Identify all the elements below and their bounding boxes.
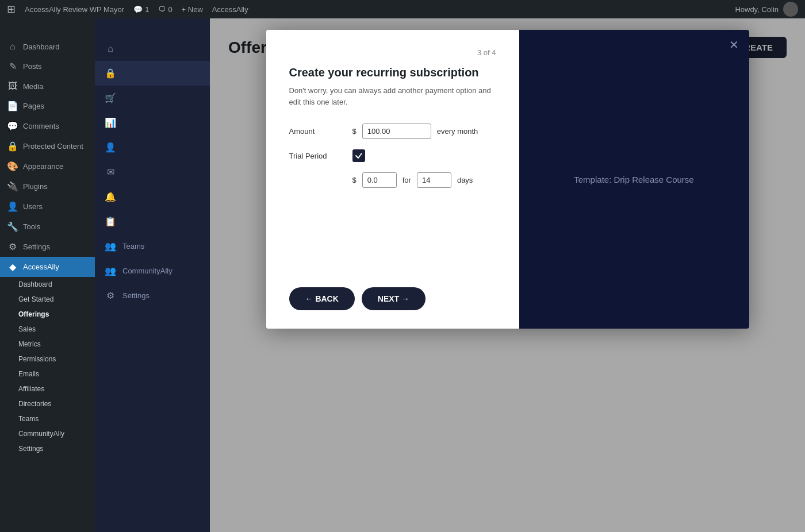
new-link[interactable]: + New bbox=[182, 5, 203, 14]
user-icon: 👤 bbox=[104, 142, 117, 153]
trial-days-suffix: days bbox=[457, 176, 473, 184]
trial-period-row: Trial Period bbox=[289, 149, 496, 162]
comments-link[interactable]: 💬 1 bbox=[133, 5, 149, 14]
sidebar-item-comments[interactable]: 💬 Comments bbox=[0, 116, 95, 136]
modal-left-panel: 3 of 4 Create your recurring subscriptio… bbox=[266, 30, 519, 329]
ss-item-community[interactable]: 👥 CommunityAlly bbox=[95, 259, 210, 283]
modal: 3 of 4 Create your recurring subscriptio… bbox=[266, 30, 749, 329]
pages-icon: 📄 bbox=[7, 101, 18, 111]
aa-submenu-offerings[interactable]: Offerings bbox=[0, 307, 95, 322]
trial-period-checkbox[interactable] bbox=[352, 149, 365, 162]
aa-submenu-directories[interactable]: Directories bbox=[0, 396, 95, 411]
sidebar-item-media[interactable]: 🖼 Media bbox=[0, 76, 95, 96]
aa-submenu-metrics[interactable]: Metrics bbox=[0, 337, 95, 352]
sidebar-item-accessally[interactable]: ◆ AccessAlly bbox=[0, 257, 95, 277]
sidebar-item-tools[interactable]: 🔧 Tools bbox=[0, 217, 95, 237]
next-button[interactable]: NEXT → bbox=[362, 287, 425, 310]
modal-subtitle: Don't worry, you can always add another … bbox=[289, 85, 496, 107]
aa-submenu-affiliates[interactable]: Affiliates bbox=[0, 381, 95, 396]
ss-item-teams[interactable]: 👥 Teams bbox=[95, 234, 210, 259]
sidebar-item-protected-content[interactable]: 🔒 Protected Content bbox=[0, 136, 95, 156]
sidebar-label-protected-content: Protected Content bbox=[23, 142, 83, 151]
sidebar-label-tools: Tools bbox=[23, 222, 40, 231]
trial-amount-input[interactable] bbox=[362, 172, 397, 188]
sidebar-item-pages[interactable]: 📄 Pages bbox=[0, 96, 95, 116]
ss-item-doc[interactable]: 📋 bbox=[95, 209, 210, 234]
close-button[interactable]: ✕ bbox=[729, 38, 739, 52]
amount-suffix: every month bbox=[437, 127, 478, 136]
cart-icon: 🛒 bbox=[104, 92, 117, 103]
users-icon: 👤 bbox=[7, 201, 18, 212]
dashboard-icon: ⌂ bbox=[7, 41, 18, 52]
back-button[interactable]: ← BACK bbox=[289, 287, 355, 310]
wp-logo[interactable]: ⊞ bbox=[7, 3, 16, 16]
sidebar-item-users[interactable]: 👤 Users bbox=[0, 196, 95, 217]
settings-icon: ⚙ bbox=[7, 241, 18, 252]
ss-item-gear[interactable]: ⚙ Settings bbox=[95, 283, 210, 308]
sidebar-item-plugins[interactable]: 🔌 Plugins bbox=[0, 176, 95, 196]
amount-dollar-sign: $ bbox=[352, 127, 356, 136]
amount-row: Amount $ every month bbox=[289, 124, 496, 139]
aa-submenu-dashboard[interactable]: Dashboard bbox=[0, 277, 95, 292]
aa-submenu-permissions[interactable]: Permissions bbox=[0, 352, 95, 367]
sidebar-item-appearance[interactable]: 🎨 Appearance bbox=[0, 156, 95, 176]
aa-submenu-settings[interactable]: Settings bbox=[0, 441, 95, 456]
aa-submenu-sales[interactable]: Sales bbox=[0, 322, 95, 337]
lock-icon: 🔒 bbox=[104, 68, 117, 79]
sidebar-item-posts[interactable]: ✎ Posts bbox=[0, 56, 95, 76]
ss-item-chart[interactable]: 📊 bbox=[95, 110, 210, 135]
site-name[interactable]: AccessAlly Review WP Mayor bbox=[25, 5, 124, 14]
sidebar-label-media: Media bbox=[23, 82, 43, 91]
avatar[interactable] bbox=[783, 2, 798, 17]
sidebar-label-pages: Pages bbox=[23, 102, 44, 110]
user-greeting: Howdy, Colin bbox=[735, 5, 779, 14]
posts-icon: ✎ bbox=[7, 61, 18, 72]
media-icon: 🖼 bbox=[7, 81, 18, 91]
doc-icon: 📋 bbox=[104, 216, 117, 227]
sidebar-label-comments: Comments bbox=[23, 122, 59, 130]
sidebar-label-dashboard: Dashboard bbox=[23, 43, 60, 51]
protected-content-icon: 🔒 bbox=[7, 141, 18, 152]
teams-icon: 👥 bbox=[104, 241, 117, 252]
ss-label-teams: Teams bbox=[122, 242, 144, 250]
secondary-sidebar: ⌂ 🔒 🛒 📊 👤 ✉ 🔔 📋 👥 Teams 👥 CommunityA bbox=[95, 18, 210, 532]
sidebar-item-settings[interactable]: ⚙ Settings bbox=[0, 237, 95, 257]
sidebar-label-users: Users bbox=[23, 202, 43, 211]
amount-input[interactable] bbox=[362, 124, 431, 139]
aa-submenu-get-started[interactable]: Get Started bbox=[0, 292, 95, 307]
checkmark-icon bbox=[355, 152, 363, 160]
plugins-icon: 🔌 bbox=[7, 181, 18, 192]
tools-icon: 🔧 bbox=[7, 221, 18, 232]
sidebar-label-accessally: AccessAlly bbox=[23, 263, 59, 271]
sidebar-label-appearance: Appearance bbox=[23, 162, 63, 171]
modal-step: 3 of 4 bbox=[289, 48, 496, 57]
chart-icon: 📊 bbox=[104, 117, 117, 128]
ss-item-user[interactable]: 👤 bbox=[95, 135, 210, 160]
ss-item-home[interactable]: ⌂ bbox=[95, 37, 210, 61]
accessally-icon: ◆ bbox=[7, 261, 18, 272]
sidebar-label-settings: Settings bbox=[23, 242, 50, 251]
modal-title: Create your recurring subscription bbox=[289, 66, 496, 79]
community-icon: 👥 bbox=[104, 265, 117, 276]
ss-item-cart[interactable]: 🛒 bbox=[95, 86, 210, 110]
trial-days-input[interactable] bbox=[417, 172, 451, 188]
aa-submenu: Dashboard Get Started Offerings Sales Me… bbox=[0, 277, 95, 456]
sidebar-label-plugins: Plugins bbox=[23, 182, 48, 191]
sidebar-item-dashboard[interactable]: ⌂ Dashboard bbox=[0, 37, 95, 56]
comments-icon: 💬 bbox=[7, 121, 18, 132]
ss-item-lock[interactable]: 🔒 bbox=[95, 61, 210, 86]
aa-submenu-teams[interactable]: Teams bbox=[0, 411, 95, 426]
comment-count-link[interactable]: 🗨 0 bbox=[158, 5, 172, 14]
modal-footer: ← BACK NEXT → bbox=[289, 287, 496, 310]
sidebar-label-posts: Posts bbox=[23, 62, 42, 71]
ss-label-settings: Settings bbox=[122, 291, 150, 300]
trial-dollar-sign: $ bbox=[352, 176, 356, 184]
modal-overlay: 3 of 4 Create your recurring subscriptio… bbox=[210, 18, 805, 532]
plugin-link[interactable]: AccessAlly bbox=[212, 5, 248, 14]
ss-label-community: CommunityAlly bbox=[122, 267, 172, 275]
ss-item-email[interactable]: ✉ bbox=[95, 160, 210, 184]
ss-item-bell[interactable]: 🔔 bbox=[95, 184, 210, 209]
aa-submenu-emails[interactable]: Emails bbox=[0, 367, 95, 381]
main-content: Offerings + CREATE 3 of 4 Create your re… bbox=[210, 18, 805, 532]
aa-submenu-communityally[interactable]: CommunityAlly bbox=[0, 426, 95, 441]
